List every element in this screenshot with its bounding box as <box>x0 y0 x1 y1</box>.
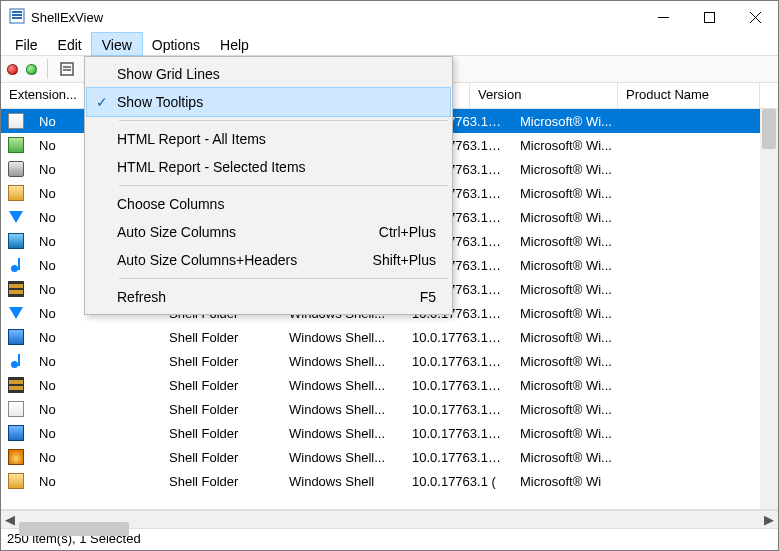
cell-description: Windows Shell <box>281 474 404 489</box>
horizontal-scrollbar-thumb[interactable] <box>19 522 129 536</box>
cell-disabled: No <box>31 426 161 441</box>
cell-product: Microsoft® Wi... <box>512 138 642 153</box>
menu-separator <box>119 185 448 186</box>
vertical-scrollbar-thumb[interactable] <box>762 109 776 149</box>
close-button[interactable] <box>732 1 778 33</box>
menu-item[interactable]: HTML Report - All Items <box>87 125 450 153</box>
cell-product: Microsoft® Wi... <box>512 354 642 369</box>
disable-extension-button[interactable] <box>7 64 18 75</box>
scroll-right-button[interactable]: ▶ <box>760 511 778 529</box>
menu-options[interactable]: Options <box>142 33 210 55</box>
maximize-button[interactable] <box>686 1 732 33</box>
menu-help[interactable]: Help <box>210 33 259 55</box>
cell-type: Shell Folder <box>161 378 281 393</box>
cell-description: Windows Shell... <box>281 426 404 441</box>
menu-item[interactable]: Auto Size Columns+HeadersShift+Plus <box>87 246 450 274</box>
cell-description: Windows Shell... <box>281 378 404 393</box>
menu-item-label: Choose Columns <box>117 196 356 212</box>
menu-view[interactable]: View <box>92 33 142 55</box>
menu-item[interactable]: Choose Columns <box>87 190 450 218</box>
menu-item-accelerator: F5 <box>356 289 436 305</box>
menu-file-label: File <box>15 37 38 53</box>
menubar: File Edit View Options Help <box>1 33 778 55</box>
cell-product: Microsoft® Wi... <box>512 282 642 297</box>
cell-description: Windows Shell... <box>281 450 404 465</box>
window-title: ShellExView <box>31 10 103 25</box>
table-row[interactable]: NoShell FolderWindows Shell...10.0.17763… <box>1 397 778 421</box>
row-icon <box>1 281 31 297</box>
svg-rect-3 <box>12 11 22 13</box>
row-icon <box>1 425 31 441</box>
menu-edit[interactable]: Edit <box>48 33 92 55</box>
menu-item-label: Show Tooltips <box>117 94 356 110</box>
menu-item[interactable]: ✓Show Tooltips <box>87 88 450 116</box>
horizontal-scrollbar[interactable]: ◀ ▶ <box>1 510 778 528</box>
cell-version: 10.0.17763.1 (... <box>404 354 512 369</box>
menu-item-label: HTML Report - Selected Items <box>117 159 356 175</box>
cell-version: 10.0.17763.1 ( <box>404 474 512 489</box>
cell-product: Microsoft® Wi... <box>512 378 642 393</box>
table-row[interactable]: NoShell FolderWindows Shell10.0.17763.1 … <box>1 469 778 493</box>
menu-help-label: Help <box>220 37 249 53</box>
menu-item[interactable]: Auto Size ColumnsCtrl+Plus <box>87 218 450 246</box>
table-row[interactable]: NoShell FolderWindows Shell...10.0.17763… <box>1 325 778 349</box>
menu-item-label: Auto Size Columns+Headers <box>117 252 356 268</box>
menu-item[interactable]: Show Grid Lines <box>87 60 450 88</box>
check-icon: ✓ <box>87 94 117 110</box>
properties-button[interactable] <box>58 60 76 78</box>
row-icon <box>1 449 31 465</box>
menu-item[interactable]: HTML Report - Selected Items <box>87 153 450 181</box>
cell-type: Shell Folder <box>161 330 281 345</box>
cell-disabled: No <box>31 354 161 369</box>
cell-version: 10.0.17763.1 (... <box>404 450 512 465</box>
menu-item[interactable]: RefreshF5 <box>87 283 450 311</box>
cell-type: Shell Folder <box>161 474 281 489</box>
titlebar: ShellExView <box>1 1 778 33</box>
row-icon <box>1 377 31 393</box>
row-icon <box>1 161 31 177</box>
cell-disabled: No <box>31 378 161 393</box>
row-icon <box>1 307 31 319</box>
menu-options-label: Options <box>152 37 200 53</box>
cell-version: 10.0.17763.1 (... <box>404 402 512 417</box>
cell-product: Microsoft® Wi... <box>512 450 642 465</box>
row-icon <box>1 185 31 201</box>
cell-product: Microsoft® Wi <box>512 474 642 489</box>
row-icon <box>1 354 31 368</box>
table-row[interactable]: NoShell FolderWindows Shell...10.0.17763… <box>1 373 778 397</box>
menu-item-label: HTML Report - All Items <box>117 131 356 147</box>
vertical-scrollbar[interactable] <box>760 109 778 509</box>
menu-view-label: View <box>102 37 132 53</box>
cell-product: Microsoft® Wi... <box>512 402 642 417</box>
menu-item-label: Refresh <box>117 289 356 305</box>
cell-version: 10.0.17763.1 (... <box>404 378 512 393</box>
table-row[interactable]: NoShell FolderWindows Shell...10.0.17763… <box>1 421 778 445</box>
cell-type: Shell Folder <box>161 354 281 369</box>
menu-file[interactable]: File <box>5 33 48 55</box>
scroll-left-button[interactable]: ◀ <box>1 511 19 529</box>
header-product[interactable]: Product Name <box>618 83 760 108</box>
app-icon <box>9 8 25 27</box>
app-window: ShellExView File Edit View Options Help … <box>0 0 779 551</box>
cell-version: 10.0.17763.1 (... <box>404 426 512 441</box>
cell-type: Shell Folder <box>161 450 281 465</box>
menu-item-label: Show Grid Lines <box>117 66 356 82</box>
cell-description: Windows Shell... <box>281 354 404 369</box>
cell-product: Microsoft® Wi... <box>512 258 642 273</box>
row-icon <box>1 137 31 153</box>
menu-edit-label: Edit <box>58 37 82 53</box>
minimize-button[interactable] <box>640 1 686 33</box>
row-icon <box>1 401 31 417</box>
cell-product: Microsoft® Wi... <box>512 210 642 225</box>
header-version[interactable]: Version <box>470 83 618 108</box>
menu-item-accelerator: Shift+Plus <box>356 252 436 268</box>
menu-item-accelerator: Ctrl+Plus <box>356 224 436 240</box>
cell-disabled: No <box>31 330 161 345</box>
cell-product: Microsoft® Wi... <box>512 162 642 177</box>
enable-extension-button[interactable] <box>26 64 37 75</box>
table-row[interactable]: NoShell FolderWindows Shell...10.0.17763… <box>1 349 778 373</box>
row-icon <box>1 473 31 489</box>
cell-product: Microsoft® Wi... <box>512 306 642 321</box>
svg-rect-5 <box>704 12 714 22</box>
table-row[interactable]: NoShell FolderWindows Shell...10.0.17763… <box>1 445 778 469</box>
